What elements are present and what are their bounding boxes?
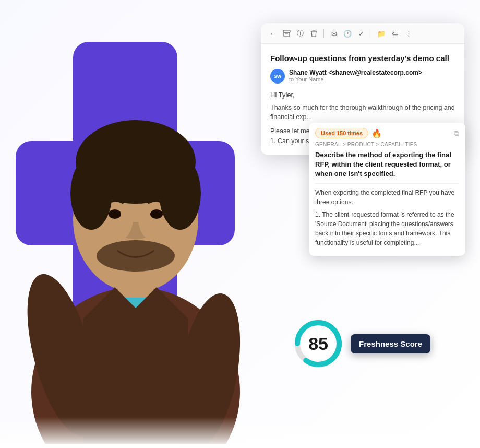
- svg-point-7: [109, 209, 121, 219]
- more-icon[interactable]: ⋮: [404, 29, 413, 38]
- copy-icon[interactable]: ⧉: [454, 129, 459, 138]
- email-body-line1: Thanks so much for the thorough walkthro…: [270, 103, 455, 123]
- scene: ← ⓘ ✉ 🕐 ✓ 📁 🏷 ⋮: [0, 0, 480, 448]
- knowledge-list: 1. The client-requested format is referr…: [309, 210, 465, 256]
- email-icon[interactable]: ✉: [329, 29, 339, 38]
- used-badge: Used 150 times: [315, 128, 368, 138]
- freshness-container: 85 Freshness Score: [292, 317, 430, 370]
- email-to: to Your Name: [289, 76, 422, 82]
- separator-1: [323, 29, 324, 38]
- svg-point-6: [159, 157, 201, 230]
- back-icon[interactable]: ←: [268, 29, 278, 38]
- archive-icon[interactable]: [282, 29, 291, 38]
- clock-icon[interactable]: 🕐: [343, 29, 352, 38]
- sender-name: Shane Wyatt <shanew@realestatecorp.com>: [289, 69, 422, 76]
- knowledge-header: Used 150 times 🔥 ⧉: [309, 123, 465, 142]
- svg-rect-13: [284, 32, 290, 37]
- person-photo: [10, 16, 261, 444]
- email-toolbar: ← ⓘ ✉ 🕐 ✓ 📁 🏷 ⋮: [261, 23, 464, 44]
- trash-icon[interactable]: [309, 29, 318, 38]
- sender-info: Shane Wyatt <shanew@realestatecorp.com> …: [289, 69, 422, 82]
- knowledge-category: GENERAL > Product > Capabilities: [309, 142, 465, 150]
- freshness-score-label: Freshness Score: [351, 334, 430, 353]
- email-subject: Follow-up questions from yesterday's dem…: [270, 53, 455, 64]
- email-meta: SW Shane Wyatt <shanew@realestatecorp.co…: [270, 69, 455, 84]
- sender-avatar: SW: [270, 69, 285, 84]
- gradient-overlay: [0, 417, 480, 448]
- knowledge-card: Used 150 times 🔥 ⧉ GENERAL > Product > C…: [309, 123, 465, 256]
- folder-icon[interactable]: 📁: [377, 29, 386, 38]
- info-icon[interactable]: ⓘ: [295, 29, 305, 38]
- separator-2: [371, 29, 371, 38]
- svg-point-8: [150, 209, 163, 219]
- knowledge-divider: [315, 183, 459, 184]
- freshness-score-number: 85: [292, 317, 344, 370]
- donut-chart: 85: [292, 317, 344, 370]
- svg-point-9: [97, 240, 175, 272]
- svg-point-5: [70, 157, 112, 230]
- list-item: 1. The client-requested format is referr…: [315, 210, 459, 247]
- knowledge-title: Describe the method of exporting the fin…: [309, 150, 465, 183]
- check-icon[interactable]: ✓: [356, 29, 366, 38]
- knowledge-description: When exporting the completed final RFP y…: [309, 188, 465, 210]
- email-greeting: Hi Tyler,: [270, 91, 455, 99]
- tag-icon[interactable]: 🏷: [390, 29, 400, 38]
- fire-icon: 🔥: [371, 128, 382, 138]
